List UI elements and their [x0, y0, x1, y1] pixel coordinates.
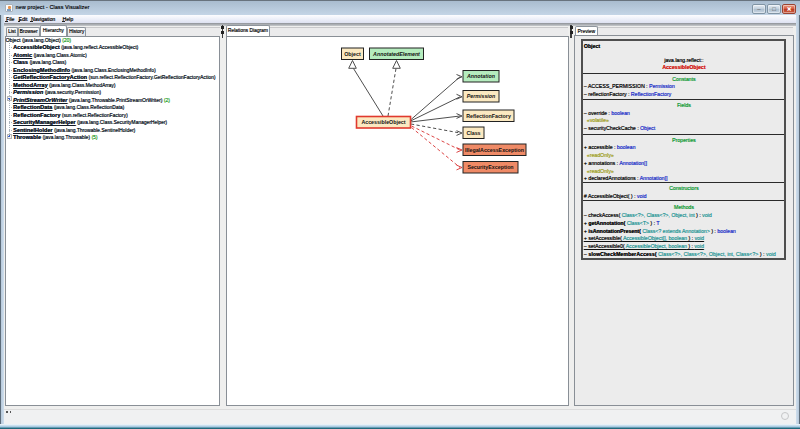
svg-text:AccessibleObject: AccessibleObject [361, 119, 405, 125]
svg-text:SecurityException: SecurityException [467, 164, 513, 170]
svg-text:AnnotatedElement: AnnotatedElement [372, 51, 420, 57]
svg-text:IllegalAccessException: IllegalAccessException [465, 147, 524, 153]
svg-text:Object: Object [344, 51, 361, 57]
svg-text:Annotation: Annotation [466, 73, 496, 79]
svg-text:Class: Class [466, 130, 480, 136]
svg-text:Permission: Permission [467, 93, 496, 99]
svg-text:ReflectionFactory: ReflectionFactory [466, 113, 511, 119]
